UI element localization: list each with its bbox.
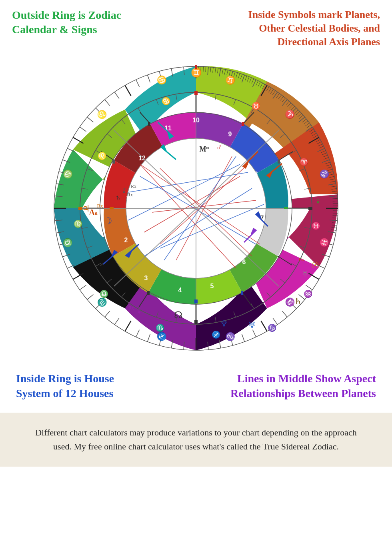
svg-text:♄: ♄ [115, 195, 121, 202]
svg-text:♑: ♑ [268, 323, 277, 332]
svg-text:♋: ♋ [162, 97, 171, 106]
svg-text:12: 12 [138, 155, 146, 162]
svg-text:5: 5 [210, 283, 214, 289]
footer-section: Different chart calculators may produce … [0, 413, 392, 466]
svg-rect-357 [78, 207, 82, 210]
svg-text:♌: ♌ [98, 152, 107, 160]
svg-text:2: 2 [124, 237, 128, 244]
svg-rect-355 [194, 91, 198, 95]
svg-rect-365 [110, 207, 114, 209]
svg-text:♈: ♈ [300, 158, 309, 166]
svg-text:Rx: Rx [127, 192, 133, 198]
label-top-right: Inside Symbols mark Planets, Other Celes… [228, 8, 380, 48]
chart-wrapper: ♊ ♈ ♑ ♓ ♒ ♑ ♐ ♏ ♎ ♍ ♌ ♋ [40, 52, 352, 364]
svg-text:♅: ♅ [248, 320, 256, 330]
chart-section: Outside Ring is Zodiac Calendar & Signs … [0, 0, 392, 405]
svg-text:Rx: Rx [299, 257, 304, 262]
svg-rect-362 [241, 291, 243, 295]
svg-text:♎: ♎ [100, 289, 109, 298]
labels-bottom: Inside Ring is House System of 12 Houses… [12, 371, 380, 401]
svg-rect-359 [242, 122, 244, 126]
svg-text:♓: ♓ [312, 222, 321, 230]
svg-text:♐: ♐ [212, 330, 221, 339]
svg-text:11: 11 [164, 125, 172, 132]
svg-text:♒: ♒ [304, 289, 313, 298]
svg-rect-366 [112, 160, 115, 164]
svg-text:⚷: ⚷ [122, 187, 126, 194]
svg-text:Aₛ: Aₛ [89, 208, 97, 217]
svg-text:♏: ♏ [156, 323, 165, 332]
svg-text:☿: ☿ [303, 270, 307, 278]
svg-rect-367 [148, 122, 150, 126]
svg-rect-363 [194, 299, 198, 303]
svg-text:4: 4 [178, 287, 182, 293]
svg-rect-361 [284, 207, 288, 209]
svg-text:Rx: Rx [131, 184, 136, 189]
svg-text:☊: ☊ [174, 310, 182, 320]
svg-rect-360 [278, 160, 280, 164]
label-top-left: Outside Ring is Zodiac Calendar & Signs [12, 8, 132, 37]
svg-rect-364 [147, 291, 150, 295]
svg-text:Rx: Rx [97, 203, 103, 209]
svg-text:Rx: Rx [128, 305, 134, 311]
svg-text:3: 3 [144, 275, 148, 281]
svg-text:6: 6 [242, 259, 246, 266]
svg-text:♆: ♆ [220, 319, 228, 329]
svg-text:Mᶜ: Mᶜ [199, 145, 209, 153]
svg-rect-356 [194, 320, 198, 324]
svg-rect-369 [195, 65, 197, 69]
svg-text:♂: ♂ [216, 142, 223, 152]
svg-rect-358 [308, 207, 312, 210]
svg-text:♀: ♀ [315, 196, 322, 206]
astrology-chart: ♊ ♈ ♑ ♓ ♒ ♑ ♐ ♏ ♎ ♍ ♌ ♋ [40, 52, 352, 364]
svg-text:9: 9 [228, 131, 232, 138]
svg-text:♍: ♍ [74, 220, 83, 228]
svg-text:☉: ☉ [311, 260, 319, 270]
main-container: Outside Ring is Zodiac Calendar & Signs … [0, 0, 392, 555]
svg-text:☽: ☽ [104, 216, 112, 226]
label-bottom-right: Lines in Middle Show Aspect Relationship… [224, 371, 376, 401]
svg-text:8: 8 [254, 171, 258, 178]
svg-text:♄: ♄ [294, 296, 302, 306]
label-bottom-left: Inside Ring is House System of 12 Houses [16, 371, 144, 401]
svg-text:♀: ♀ [136, 306, 143, 316]
svg-text:♉: ♉ [252, 102, 261, 110]
footer-text: Different chart calculators may produce … [32, 425, 360, 453]
labels-top: Outside Ring is Zodiac Calendar & Signs … [12, 8, 380, 48]
